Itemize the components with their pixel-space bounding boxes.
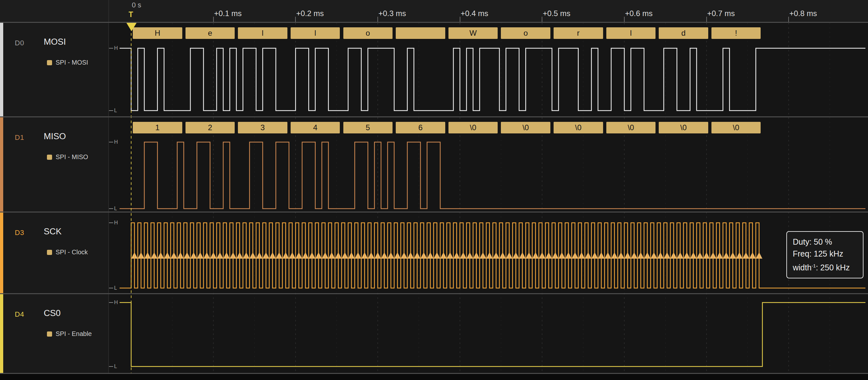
byte-annotation: l [606, 27, 656, 39]
byte-annotation: \0 [501, 122, 550, 133]
row-resize-divider[interactable] [0, 212, 868, 213]
timeline-tick [460, 17, 460, 22]
channel-color-strip [0, 213, 3, 293]
channel-id: D0 [15, 39, 24, 47]
analyzer-label: SPI - MISO [56, 153, 88, 161]
level-marker-label: L [114, 363, 117, 370]
channel-id: D3 [15, 229, 24, 237]
byte-annotation: o [343, 27, 393, 39]
level-marker-label: L [114, 205, 117, 212]
byte-annotation: 2 [186, 122, 235, 133]
channel-row-d3[interactable]: D3 SCK SPI - Clock [0, 213, 108, 293]
row-resize-divider[interactable] [0, 116, 868, 117]
byte-annotation: l [290, 27, 340, 39]
channel-color-strip [0, 23, 3, 116]
level-tick [109, 366, 113, 367]
level-tick [109, 142, 113, 142]
level-marker-label: H [114, 138, 118, 146]
tooltip-freq: Freq: 125 kHz [793, 248, 857, 260]
byte-annotation: 1 [133, 122, 182, 133]
byte-annotation: o [501, 27, 550, 39]
timeline-tick-label: +0.3 ms [378, 9, 406, 18]
timeline-tick [542, 17, 542, 22]
row-resize-divider[interactable] [0, 293, 868, 294]
channel-id: D4 [15, 310, 24, 319]
channel-name: MISO [44, 131, 66, 141]
byte-annotation: \0 [659, 122, 708, 133]
byte-annotation: W [448, 27, 498, 39]
analyzer-color-swatch [47, 60, 52, 65]
channel-name: SCK [44, 227, 62, 236]
timeline-tick-label: +0.5 ms [542, 9, 570, 18]
tooltip-duty: Duty: 50 % [793, 236, 857, 248]
timeline-tick-label: +0.6 ms [625, 9, 653, 18]
timeline-divider [0, 22, 868, 23]
analyzer-color-swatch [47, 331, 52, 337]
byte-annotation: 6 [396, 122, 445, 133]
timeline-tick [377, 17, 378, 22]
sidebar-divider [108, 0, 109, 374]
level-marker-label: H [114, 219, 118, 226]
timeline-tick [213, 17, 214, 22]
timeline-origin-label: 0 s [132, 1, 141, 9]
channel-id: D1 [15, 133, 24, 142]
byte-annotation [396, 27, 445, 39]
level-tick [109, 288, 113, 288]
level-marker-label: L [114, 285, 117, 292]
analyzer-color-swatch [47, 155, 52, 160]
byte-annotation: \0 [606, 122, 656, 133]
level-marker-label: H [114, 45, 118, 52]
channel-name: MOSI [44, 37, 66, 47]
byte-annotation: \0 [554, 122, 603, 133]
trigger-marker-icon[interactable] [126, 22, 137, 31]
timeline-tick [788, 17, 789, 22]
analyzer-row[interactable]: SPI - Enable [47, 330, 92, 338]
timeline-tick [706, 17, 707, 22]
analyzer-color-swatch [47, 250, 52, 255]
byte-annotation: e [186, 27, 235, 39]
analyzer-label: SPI - Enable [56, 330, 92, 338]
byte-annotation: \0 [448, 122, 498, 133]
timeline-tick [295, 17, 296, 22]
analyzer-row[interactable]: SPI - MISO [47, 153, 88, 161]
trigger-label: T [129, 10, 133, 19]
level-tick [109, 302, 113, 303]
bottom-bar [0, 374, 868, 380]
channel-row-d4[interactable]: D4 CS0 SPI - Enable [0, 294, 108, 373]
timeline-tick-label: +0.7 ms [707, 9, 735, 18]
channel-color-strip [0, 117, 3, 212]
timeline-tick [624, 17, 625, 22]
analyzer-row[interactable]: SPI - MOSI [47, 59, 88, 66]
byte-annotation: d [659, 27, 708, 39]
byte-annotation: 5 [343, 122, 393, 133]
level-marker-label: L [114, 107, 117, 114]
channel-name: CS0 [44, 308, 61, 318]
waveform-viewport[interactable] [109, 22, 868, 374]
analyzer-label: SPI - Clock [56, 249, 88, 256]
timeline-tick-label: +0.8 ms [789, 9, 817, 18]
analyzer-row[interactable]: SPI - Clock [47, 249, 88, 256]
byte-annotation: 3 [238, 122, 287, 133]
analyzer-label: SPI - MOSI [56, 59, 88, 66]
timeline-tick-label: +0.2 ms [296, 9, 324, 18]
level-marker-label: H [114, 299, 118, 306]
level-tick [109, 222, 113, 223]
timeline-tick-label: +0.1 ms [214, 9, 242, 18]
level-tick [109, 208, 113, 209]
byte-annotation: l [238, 27, 287, 39]
timeline-tick-label: +0.4 ms [461, 9, 488, 18]
byte-annotation: H [133, 27, 182, 39]
level-tick [109, 48, 113, 49]
tooltip-inverse-width: width-1: 250 kHz [793, 260, 857, 274]
channel-row-d1[interactable]: D1 MISO SPI - MISO [0, 117, 108, 212]
channel-color-strip [0, 294, 3, 373]
byte-annotation: r [554, 27, 603, 39]
byte-annotation: ! [711, 27, 761, 39]
clock-measurement-tooltip: Duty: 50 % Freq: 125 kHz width-1: 250 kH… [786, 231, 864, 278]
logic-analyzer-app: HelloWorld!123456\0\0\0\0\0\0 HLHLHLHL 0… [0, 0, 868, 380]
level-tick [109, 110, 113, 111]
byte-annotation: \0 [711, 122, 761, 133]
byte-annotation: 4 [290, 122, 340, 133]
channel-row-d0[interactable]: D0 MOSI SPI - MOSI [0, 23, 108, 116]
